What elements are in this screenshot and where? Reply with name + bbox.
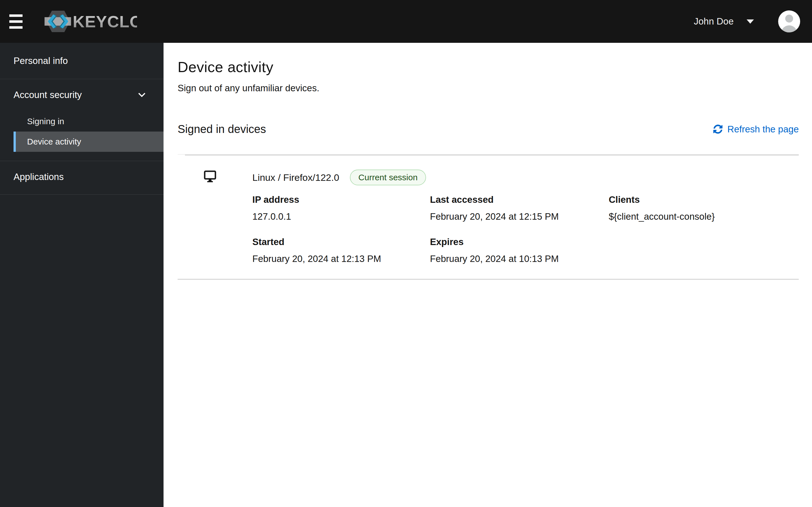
hamburger-menu-button[interactable] xyxy=(0,0,32,43)
refresh-link-label: Refresh the page xyxy=(727,124,799,135)
refresh-icon xyxy=(713,124,723,134)
page-body: Personal info Account security Signing i… xyxy=(0,43,812,507)
brand-text: KEYCLOAK xyxy=(73,12,137,31)
caret-down-icon xyxy=(747,19,754,24)
sidebar-item-device-activity[interactable]: Device activity xyxy=(13,131,163,152)
user-avatar-icon xyxy=(778,10,800,33)
field-label: IP address xyxy=(252,194,430,206)
keycloak-logo[interactable]: KEYCLOAK xyxy=(44,8,137,35)
session-fields: IP address 127.0.0.1 Last accessed Febru… xyxy=(252,194,799,265)
device-row: Linux / Firefox/122.0 Current session xyxy=(252,170,799,185)
signed-in-devices-list: Linux / Firefox/122.0 Current session IP… xyxy=(177,154,799,280)
field-started: Started February 20, 2024 at 12:13 PM xyxy=(252,236,430,265)
refresh-page-link[interactable]: Refresh the page xyxy=(713,124,799,135)
user-menu[interactable]: John Doe xyxy=(694,16,754,27)
content-section: Signed in devices Refresh the page xyxy=(163,123,812,280)
session-body: Linux / Firefox/122.0 Current session IP… xyxy=(252,170,799,265)
page-header: Device activity Sign out of any unfamili… xyxy=(163,43,812,94)
main-content: Device activity Sign out of any unfamili… xyxy=(163,43,812,507)
nav-section: Applications xyxy=(0,161,163,194)
sidebar-item-signing-in[interactable]: Signing in xyxy=(13,111,163,131)
session-icon-col xyxy=(177,170,252,265)
field-value: February 20, 2024 at 12:13 PM xyxy=(252,253,430,265)
keycloak-mark-icon: KEYCLOAK xyxy=(44,8,137,35)
field-label: Clients xyxy=(609,194,799,206)
field-value: ${client_account-console} xyxy=(609,211,799,223)
user-name: John Doe xyxy=(694,16,733,27)
sidebar: Personal info Account security Signing i… xyxy=(0,43,163,507)
section-title: Signed in devices xyxy=(177,123,266,135)
chevron-down-icon xyxy=(138,93,146,97)
field-label: Started xyxy=(252,236,430,248)
field-value: 127.0.0.1 xyxy=(252,211,430,223)
page-title: Device activity xyxy=(177,59,799,75)
field-value: February 20, 2024 at 10:13 PM xyxy=(430,253,609,265)
hamburger-icon xyxy=(9,14,22,29)
masthead: KEYCLOAK John Doe xyxy=(0,0,812,43)
field-value: February 20, 2024 at 12:15 PM xyxy=(430,211,609,223)
sidebar-item-label: Applications xyxy=(13,172,64,182)
nav-section: Account security Signing in Device activ… xyxy=(0,79,163,161)
field-last-accessed: Last accessed February 20, 2024 at 12:15… xyxy=(430,194,609,223)
field-label: Last accessed xyxy=(430,194,609,206)
field-ip-address: IP address 127.0.0.1 xyxy=(252,194,430,223)
field-expires: Expires February 20, 2024 at 10:13 PM xyxy=(430,236,609,265)
page-subtitle: Sign out of any unfamiliar devices. xyxy=(177,83,799,94)
session-item: Linux / Firefox/122.0 Current session IP… xyxy=(177,156,799,279)
field-clients: Clients ${client_account-console} xyxy=(609,194,799,223)
sidebar-item-label: Device activity xyxy=(27,137,81,147)
desktop-icon xyxy=(204,170,216,183)
sidebar-item-label: Personal info xyxy=(13,55,68,66)
nav-sub-list: Signing in Device activity xyxy=(0,111,163,152)
sidebar-item-label: Signing in xyxy=(27,117,64,126)
user-avatar[interactable] xyxy=(778,10,800,33)
sidebar-item-account-security[interactable]: Account security xyxy=(0,86,163,104)
sidebar-item-personal-info[interactable]: Personal info xyxy=(0,52,163,70)
device-name: Linux / Firefox/122.0 xyxy=(252,172,339,183)
current-session-badge: Current session xyxy=(350,170,426,185)
sidebar-item-applications[interactable]: Applications xyxy=(0,168,163,186)
nav-section: Personal info xyxy=(0,43,163,79)
field-label: Expires xyxy=(430,236,609,248)
sidebar-item-label: Account security xyxy=(13,90,82,100)
list-header: Signed in devices Refresh the page xyxy=(177,123,799,135)
